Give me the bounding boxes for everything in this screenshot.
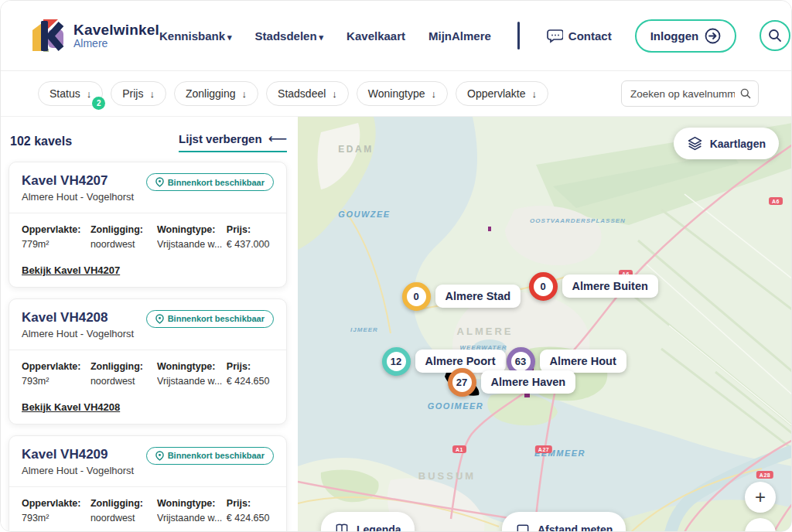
attribute-label: Oppervlakte: [22, 360, 90, 374]
kavel-attributes: Oppervlakte: 779m² Zonligging: noordwest… [22, 223, 274, 253]
filter-woningtype[interactable]: Woningtype↓ [357, 81, 448, 106]
kavel-attribute: Oppervlakte: 779m² [22, 223, 90, 253]
attribute-label: Zonligging: [90, 223, 157, 237]
kavel-attribute: Woningtype: Vrijstaande w... [157, 496, 227, 527]
filter-status[interactable]: Status↓ 2 [38, 81, 103, 106]
cluster-name: Almere Stad [435, 285, 521, 308]
kavel-title: Kavel VH4208 [22, 310, 134, 326]
view-kavel-link[interactable]: Bekijk Kavel VH4208 [22, 401, 120, 413]
attribute-value: € 424.650 [227, 511, 274, 526]
main-content: 102 kavels Lijst verbergen ⟵ Kavel VH420… [1, 117, 791, 532]
contact-label: Contact [568, 29, 612, 43]
kavel-attribute: Oppervlakte: 793m² [22, 360, 90, 390]
filter-bar: Status↓ 2 Prijs↓ Zonligging↓ Stadsdeel↓ … [1, 70, 791, 117]
arrow-down-icon: ↓ [87, 88, 92, 100]
search-icon [739, 87, 752, 100]
arrow-down-icon: ↓ [242, 88, 248, 100]
arrow-down-icon: ↓ [432, 88, 437, 100]
attribute-value: € 437.000 [227, 237, 274, 252]
map-pin-icon [155, 314, 164, 324]
attribute-value: 793m² [22, 374, 90, 389]
filter-prijs[interactable]: Prijs↓ [111, 81, 166, 106]
card-header: Kavel VH4208 Almere Hout - Vogelhorst Bi… [22, 310, 274, 339]
availability-badge: Binnenkort beschikbaar [146, 310, 274, 328]
list-header: 102 kavels Lijst verbergen ⟵ [1, 117, 298, 162]
attribute-label: Prijs: [227, 496, 274, 511]
kavel-attribute: Prijs: € 424.650 [227, 496, 274, 527]
map-measure-button[interactable]: Afstand meten [502, 512, 626, 532]
kavel-location: Almere Hout - Vogelhorst [22, 328, 134, 339]
cluster-count: 0 [540, 281, 545, 292]
kavel-card: Kavel VH4208 Almere Hout - Vogelhorst Bi… [9, 298, 287, 425]
cluster-name: Almere Haven [481, 370, 576, 394]
attribute-label: Prijs: [227, 360, 274, 374]
kavel-location: Almere Hout - Vogelhorst [22, 465, 134, 476]
map-canvas[interactable] [298, 117, 791, 532]
arrow-right-circle-icon [705, 28, 721, 44]
attribute-label: Zonligging: [90, 496, 157, 511]
map-legend-button[interactable]: Legenda [321, 512, 415, 532]
kavel-attribute: Woningtype: Vrijstaande w... [157, 223, 227, 253]
logo-wordmark: Kavelwinkel Almere [73, 22, 159, 49]
map-pin-icon [155, 177, 164, 187]
kavelwinkel-logo[interactable]: Kavelwinkel Almere [32, 18, 159, 53]
arrow-down-icon: ↓ [532, 88, 538, 100]
attribute-label: Woningtype: [157, 496, 227, 511]
zoom-in-button[interactable]: + [745, 482, 776, 513]
kavel-count: 102 kavels [10, 135, 72, 148]
map-cluster-marker[interactable]: 0 Almere Buiten [529, 272, 658, 301]
map-cluster-marker[interactable]: 0 Almere Stad [402, 282, 521, 311]
map-layers-button[interactable]: Kaartlagen [674, 128, 779, 159]
map-panel: EDAMGOUWZEEOOSTVAARDERSPLASSENIJMEERALME… [298, 117, 791, 532]
kavelnummer-search-input[interactable] [621, 80, 759, 107]
kavel-attribute: Prijs: € 437.000 [227, 223, 274, 253]
kavel-attributes: Oppervlakte: 793m² Zonligging: noordwest… [22, 360, 274, 390]
attribute-label: Oppervlakte: [22, 223, 90, 237]
kavel-card: Kavel VH4207 Almere Hout - Vogelhorst Bi… [9, 162, 287, 288]
map-cluster-marker[interactable]: 27 Almere Haven [448, 368, 576, 397]
availability-badge: Binnenkort beschikbaar [146, 173, 274, 191]
arrow-down-icon: ↓ [332, 88, 337, 100]
hide-list-button[interactable]: Lijst verbergen ⟵ [179, 131, 287, 152]
filter-zonligging[interactable]: Zonligging↓ [174, 81, 258, 106]
logo-title: Kavelwinkel [73, 22, 159, 38]
nav-mijnalmere[interactable]: MijnAlmere [428, 29, 491, 43]
nav-stadsdelen[interactable]: Stadsdelen▾ [255, 29, 324, 43]
map-pin-icon [155, 451, 164, 461]
card-divider [9, 213, 286, 213]
cluster-count: 63 [515, 356, 526, 367]
attribute-label: Woningtype: [157, 360, 227, 374]
view-kavel-link[interactable]: Bekijk Kavel VH4207 [22, 264, 120, 276]
attribute-value: Vrijstaande w... [157, 374, 227, 389]
nav-kavelkaart[interactable]: Kavelkaart [346, 29, 405, 43]
filter-stadsdeel[interactable]: Stadsdeel↓ [266, 81, 349, 106]
kavel-attribute: Woningtype: Vrijstaande w... [157, 360, 227, 390]
kavel-attribute: Zonligging: noordwest [90, 360, 157, 390]
kavel-attributes: Oppervlakte: 793m² Zonligging: noordwest… [22, 496, 274, 527]
kavel-attribute: Prijs: € 424.650 [227, 360, 274, 390]
kavelnummer-search [621, 80, 759, 107]
cluster-count: 0 [413, 291, 418, 302]
cluster-count: 12 [391, 356, 401, 367]
status-filter-count-badge: 2 [92, 97, 105, 110]
attribute-label: Zonligging: [90, 360, 157, 374]
arrow-left-icon: ⟵ [268, 131, 287, 147]
login-button[interactable]: Inloggen [635, 19, 737, 53]
contact-link[interactable]: Contact [546, 27, 612, 44]
filter-oppervlakte[interactable]: Oppervlakte↓ [456, 81, 548, 106]
kavel-card: Kavel VH4209 Almere Hout - Vogelhorst Bi… [9, 435, 287, 532]
card-divider [9, 350, 286, 350]
search-icon [767, 28, 783, 43]
kavel-attribute: Zonligging: noordwest [90, 223, 157, 253]
ruler-icon [515, 522, 531, 532]
attribute-value: 779m² [22, 237, 90, 252]
kavel-attribute: Oppervlakte: 793m² [22, 496, 90, 527]
nav-divider [517, 22, 520, 49]
chat-bubble-icon [546, 27, 563, 44]
main-nav: Kennisbank▾ Stadsdelen▾ Kavelkaart MijnA… [159, 19, 790, 53]
kavel-title: Kavel VH4209 [22, 447, 134, 462]
cluster-count: 27 [456, 377, 467, 388]
nav-kennisbank[interactable]: Kennisbank▾ [159, 29, 232, 43]
kavel-list-panel: 102 kavels Lijst verbergen ⟵ Kavel VH420… [1, 117, 298, 532]
header-search-button[interactable] [760, 20, 790, 51]
